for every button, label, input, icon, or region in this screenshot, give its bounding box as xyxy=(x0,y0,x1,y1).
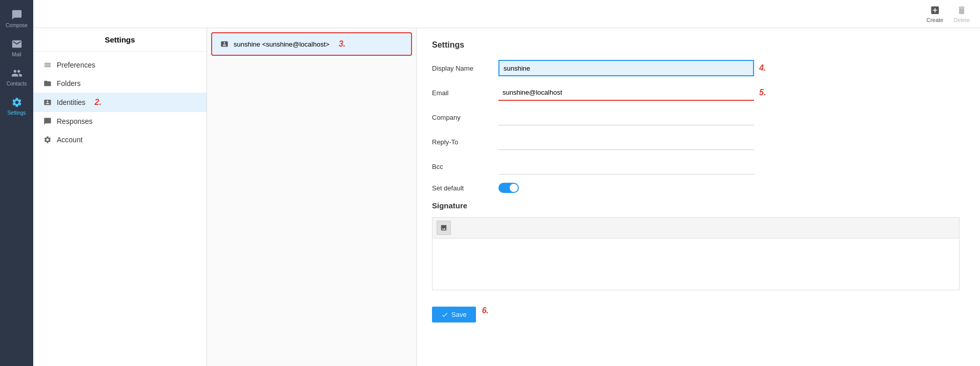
sidebar-item-contacts[interactable]: Contacts xyxy=(0,62,33,92)
annotation-4: 4. xyxy=(759,63,766,73)
annotation-2: 2. xyxy=(95,98,101,107)
menu-item-folders[interactable]: Folders xyxy=(33,74,207,93)
reply-to-input[interactable] xyxy=(498,134,754,150)
menu-item-preferences[interactable]: Preferences xyxy=(33,56,207,74)
delete-label: Delete xyxy=(953,17,970,23)
identity-item-label: sunshine <sunshine@localhost> xyxy=(234,40,329,48)
bcc-input[interactable] xyxy=(498,158,754,175)
signature-image-btn[interactable] xyxy=(437,221,451,235)
create-button[interactable]: Create xyxy=(926,5,943,23)
display-name-label: Display Name xyxy=(432,64,493,72)
company-input[interactable] xyxy=(498,109,754,125)
identity-list-panel: sunshine <sunshine@localhost> 3. xyxy=(207,28,417,366)
main-content: Create Delete Settings Preferences Folde… xyxy=(33,0,980,366)
signature-area xyxy=(432,217,960,290)
set-default-label: Set default xyxy=(432,184,493,192)
signature-section-title: Signature xyxy=(432,201,965,210)
menu-item-identities[interactable]: Identities 2. xyxy=(33,93,207,112)
save-button[interactable]: Save xyxy=(432,307,476,322)
display-name-input[interactable] xyxy=(498,60,754,76)
sidebar-item-compose[interactable]: Compose xyxy=(0,4,33,33)
email-input[interactable] xyxy=(498,84,754,101)
settings-menu: Preferences Folders Identities 2. Respon… xyxy=(33,52,207,153)
annotation-5: 5. xyxy=(759,88,766,97)
email-label: Email xyxy=(432,89,493,97)
reply-to-row: Reply-To xyxy=(432,134,965,150)
signature-toolbar xyxy=(432,218,959,239)
settings-header: Settings xyxy=(33,28,207,52)
sidebar-nav: Compose Mail Contacts Settings 1. xyxy=(0,0,33,366)
company-label: Company xyxy=(432,114,493,121)
content-split: Settings Preferences Folders Identities … xyxy=(33,28,980,366)
bcc-label: Bcc xyxy=(432,163,493,170)
set-default-toggle[interactable] xyxy=(498,183,519,193)
annotation-6: 6. xyxy=(482,306,489,315)
menu-item-responses[interactable]: Responses xyxy=(33,112,207,131)
sidebar-item-mail[interactable]: Mail xyxy=(0,33,33,62)
company-row: Company xyxy=(432,109,965,125)
identity-item[interactable]: sunshine <sunshine@localhost> 3. xyxy=(211,32,412,56)
annotation-3: 3. xyxy=(338,39,345,49)
signature-content[interactable] xyxy=(432,239,959,290)
settings-panel: Settings Preferences Folders Identities … xyxy=(33,28,207,366)
save-row: Save 6. xyxy=(432,298,965,322)
settings-detail: Settings Display Name 4. Email 5. Compan… xyxy=(417,28,980,366)
display-name-row: Display Name 4. xyxy=(432,60,965,76)
sidebar-item-settings[interactable]: Settings xyxy=(0,92,33,121)
menu-item-account[interactable]: Account xyxy=(33,131,207,149)
save-label: Save xyxy=(451,311,467,318)
bcc-row: Bcc xyxy=(432,158,965,175)
create-label: Create xyxy=(926,17,943,23)
set-default-toggle-wrapper xyxy=(498,183,519,193)
set-default-row: Set default xyxy=(432,183,965,193)
settings-detail-title: Settings xyxy=(432,40,965,50)
email-row: Email 5. xyxy=(432,84,965,101)
reply-to-label: Reply-To xyxy=(432,138,493,146)
delete-button[interactable]: Delete xyxy=(953,5,970,23)
toolbar: Create Delete xyxy=(33,0,980,28)
